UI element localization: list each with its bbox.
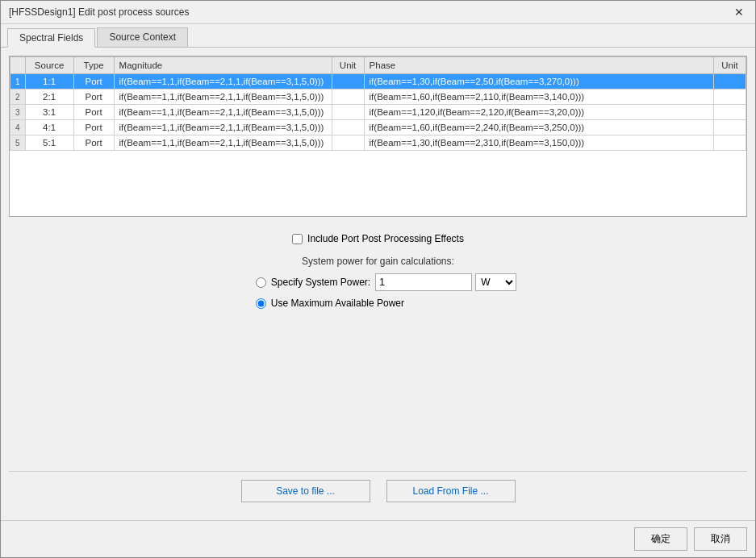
system-power-label: System power for gain calculations: [302, 256, 454, 267]
table-row[interactable]: 2 2:1 Port if(Beam==1,1,if(Beam==2,1,1,i… [10, 90, 746, 105]
tab-spectral-fields[interactable]: Spectral Fields [7, 28, 95, 48]
row-unit1 [332, 90, 364, 105]
row-magnitude: if(Beam==1,1,if(Beam==2,1,1,if(Beam==3,1… [114, 74, 332, 90]
cancel-button[interactable]: 取消 [694, 527, 747, 551]
row-type: Port [73, 120, 114, 135]
col-header-rownum [10, 57, 26, 74]
row-phase: if(Beam==1,60,if(Beam==2,110,if(Beam==3,… [364, 90, 713, 105]
confirm-button[interactable]: 确定 [634, 527, 687, 551]
row-magnitude: if(Beam==1,1,if(Beam==2,1,1,if(Beam==3,1… [114, 105, 332, 120]
row-magnitude: if(Beam==1,1,if(Beam==2,1,1,if(Beam==3,1… [114, 135, 332, 151]
row-unit2 [714, 74, 746, 90]
power-options: Specify System Power: W dBm mW Use Maxim… [256, 273, 516, 309]
row-number: 2 [10, 90, 26, 105]
dialog-title: [HFSSDesign1] Edit post process sources [9, 6, 189, 18]
main-content: Source Type Magnitude Unit Phase Unit 1 … [1, 48, 755, 520]
title-bar: [HFSSDesign1] Edit post process sources … [1, 1, 755, 24]
row-unit2 [714, 120, 746, 135]
include-port-effects-checkbox[interactable] [292, 234, 303, 244]
col-header-phase: Phase [364, 57, 713, 74]
table-row[interactable]: 5 5:1 Port if(Beam==1,1,if(Beam==2,1,1,i… [10, 135, 746, 151]
table-row[interactable]: 4 4:1 Port if(Beam==1,1,if(Beam==2,1,1,i… [10, 120, 746, 135]
row-phase: if(Beam==1,120,if(Beam==2,120,if(Beam==3… [364, 105, 713, 120]
dialog: [HFSSDesign1] Edit post process sources … [0, 0, 756, 558]
tab-bar: Spectral Fields Source Context [1, 24, 755, 48]
col-header-type: Type [73, 57, 114, 74]
power-value-input[interactable] [375, 273, 472, 291]
row-phase: if(Beam==1,30,if(Beam==2,50,if(Beam==3,2… [364, 74, 713, 90]
row-type: Port [73, 74, 114, 90]
bottom-section: Save to file ... Load From File ... [9, 471, 747, 512]
load-from-file-button[interactable]: Load From File ... [386, 480, 516, 502]
close-button[interactable]: ✕ [731, 6, 747, 19]
row-number: 3 [10, 105, 26, 120]
row-unit1 [332, 74, 364, 90]
row-unit2 [714, 90, 746, 105]
col-header-unit1: Unit [332, 57, 364, 74]
row-phase: if(Beam==1,60,if(Beam==2,240,if(Beam==3,… [364, 120, 713, 135]
col-header-source: Source [25, 57, 73, 74]
row-source: 3:1 [25, 105, 73, 120]
file-buttons: Save to file ... Load From File ... [9, 480, 747, 502]
sources-table-container: Source Type Magnitude Unit Phase Unit 1 … [9, 56, 747, 217]
power-unit-select[interactable]: W dBm mW [475, 273, 516, 291]
row-number: 4 [10, 120, 26, 135]
specify-power-label: Specify System Power: [271, 277, 370, 288]
power-input-row: W dBm mW [375, 273, 516, 291]
include-port-effects-row: Include Port Post Processing Effects [292, 233, 464, 244]
sources-table: Source Type Magnitude Unit Phase Unit 1 … [10, 56, 746, 151]
row-type: Port [73, 105, 114, 120]
row-source: 2:1 [25, 90, 73, 105]
tab-source-context[interactable]: Source Context [97, 27, 188, 47]
col-header-unit2: Unit [714, 57, 746, 74]
row-unit1 [332, 135, 364, 151]
row-unit1 [332, 105, 364, 120]
row-magnitude: if(Beam==1,1,if(Beam==2,1,1,if(Beam==3,1… [114, 120, 332, 135]
row-phase: if(Beam==1,30,if(Beam==2,310,if(Beam==3,… [364, 135, 713, 151]
row-source: 4:1 [25, 120, 73, 135]
row-source: 1:1 [25, 74, 73, 90]
row-unit2 [714, 105, 746, 120]
row-number: 1 [10, 74, 26, 90]
table-row[interactable]: 3 3:1 Port if(Beam==1,1,if(Beam==2,1,1,i… [10, 105, 746, 120]
specify-power-row: Specify System Power: W dBm mW [256, 273, 516, 291]
col-header-magnitude: Magnitude [114, 57, 332, 74]
row-source: 5:1 [25, 135, 73, 151]
options-section: Include Port Post Processing Effects Sys… [9, 233, 747, 309]
specify-power-radio[interactable] [256, 277, 266, 288]
use-max-power-row: Use Maximum Available Power [256, 298, 404, 309]
table-row[interactable]: 1 1:1 Port if(Beam==1,1,if(Beam==2,1,1,i… [10, 74, 746, 90]
row-unit2 [714, 135, 746, 151]
row-unit1 [332, 120, 364, 135]
action-buttons: 确定 取消 [1, 520, 755, 557]
use-max-power-radio[interactable] [256, 298, 266, 309]
include-port-effects-label: Include Port Post Processing Effects [307, 233, 464, 244]
use-max-power-label: Use Maximum Available Power [271, 298, 404, 309]
row-type: Port [73, 90, 114, 105]
save-to-file-button[interactable]: Save to file ... [241, 480, 370, 502]
row-type: Port [73, 135, 114, 151]
row-magnitude: if(Beam==1,1,if(Beam==2,1,1,if(Beam==3,1… [114, 90, 332, 105]
row-number: 5 [10, 135, 26, 151]
